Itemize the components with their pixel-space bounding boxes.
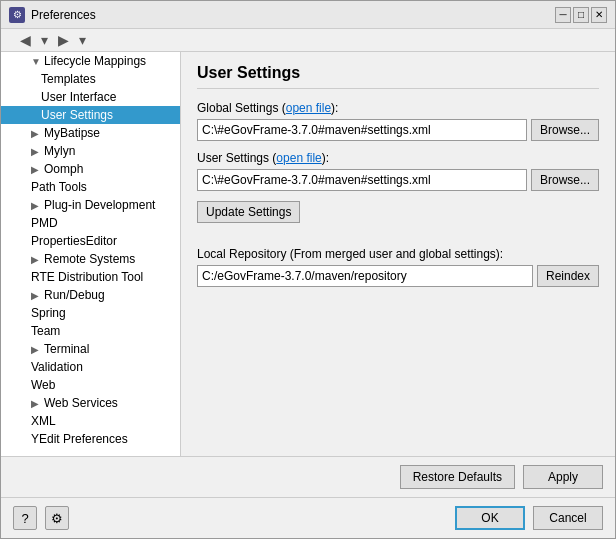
local-repo-row: Reindex	[197, 265, 599, 287]
sidebar-item-label: Path Tools	[31, 180, 87, 194]
panel-title: User Settings	[197, 64, 599, 89]
sidebar-item-label: RTE Distribution Tool	[31, 270, 143, 284]
sidebar-item-lifecycle-mappings[interactable]: ▼ Lifecycle Mappings	[1, 52, 180, 70]
sidebar-item-label: Remote Systems	[44, 252, 135, 266]
sidebar-item-mylyn[interactable]: ▶ Mylyn	[1, 142, 180, 160]
expand-icon: ▶	[31, 128, 41, 139]
global-settings-row: Browse...	[197, 119, 599, 141]
expand-icon: ▶	[31, 290, 41, 301]
sidebar-item-user-settings[interactable]: User Settings	[1, 106, 180, 124]
sidebar-item-label: MyBatipse	[44, 126, 100, 140]
global-settings-input[interactable]	[197, 119, 527, 141]
expand-icon: ▶	[31, 398, 41, 409]
sidebar-item-label: YEdit Preferences	[31, 432, 128, 446]
reindex-button[interactable]: Reindex	[537, 265, 599, 287]
window-title: Preferences	[31, 8, 96, 22]
sidebar-item-label: Spring	[31, 306, 66, 320]
sidebar-item-label: User Interface	[41, 90, 116, 104]
user-settings-link[interactable]: open file	[276, 151, 321, 165]
back-dropdown-button[interactable]: ▾	[38, 31, 51, 49]
sidebar-item-label: PropertiesEditor	[31, 234, 117, 248]
expand-icon: ▶	[31, 164, 41, 175]
maximize-button[interactable]: □	[573, 7, 589, 23]
expand-icon: ▶	[31, 344, 41, 355]
help-button[interactable]: ?	[13, 506, 37, 530]
sidebar-item-label: Team	[31, 324, 60, 338]
sidebar-item-run-debug[interactable]: ▶ Run/Debug	[1, 286, 180, 304]
sidebar-item-label: Validation	[31, 360, 83, 374]
restore-defaults-button[interactable]: Restore Defaults	[400, 465, 515, 489]
global-settings-label: Global Settings (open file):	[197, 101, 599, 115]
minimize-button[interactable]: ─	[555, 7, 571, 23]
sidebar-item-oomph[interactable]: ▶ Oomph	[1, 160, 180, 178]
nav-bar: ◀ ▾ ▶ ▾	[1, 29, 615, 52]
close-button[interactable]: ✕	[591, 7, 607, 23]
sidebar-item-templates[interactable]: Templates	[1, 70, 180, 88]
main-content: ▼ Lifecycle Mappings Templates User Inte…	[1, 52, 615, 456]
sidebar-item-terminal[interactable]: ▶ Terminal	[1, 340, 180, 358]
apply-button[interactable]: Apply	[523, 465, 603, 489]
sidebar-item-spring[interactable]: Spring	[1, 304, 180, 322]
sidebar-item-remote-systems[interactable]: ▶ Remote Systems	[1, 250, 180, 268]
sidebar-item-user-interface[interactable]: User Interface	[1, 88, 180, 106]
sidebar-item-web[interactable]: Web	[1, 376, 180, 394]
sidebar-item-pmd[interactable]: PMD	[1, 214, 180, 232]
ok-button[interactable]: OK	[455, 506, 525, 530]
expand-icon: ▶	[31, 200, 41, 211]
global-settings-link[interactable]: open file	[286, 101, 331, 115]
sidebar-item-rte-distribution[interactable]: RTE Distribution Tool	[1, 268, 180, 286]
sidebar: ▼ Lifecycle Mappings Templates User Inte…	[1, 52, 181, 456]
sidebar-item-mybatipse[interactable]: ▶ MyBatipse	[1, 124, 180, 142]
footer-left: ? ⚙	[13, 506, 69, 530]
forward-dropdown-button[interactable]: ▾	[76, 31, 89, 49]
sidebar-item-label: Web	[31, 378, 55, 392]
sidebar-item-label: Run/Debug	[44, 288, 105, 302]
titlebar: ⚙ Preferences ─ □ ✕	[1, 1, 615, 29]
sidebar-item-web-services[interactable]: ▶ Web Services	[1, 394, 180, 412]
expand-icon: ▼	[31, 56, 41, 67]
footer-right: OK Cancel	[455, 506, 603, 530]
titlebar-left: ⚙ Preferences	[9, 7, 96, 23]
sidebar-item-label: Plug-in Development	[44, 198, 155, 212]
sidebar-item-xml[interactable]: XML	[1, 412, 180, 430]
user-settings-label: User Settings (open file):	[197, 151, 599, 165]
expand-icon: ▶	[31, 254, 41, 265]
local-repo-input[interactable]	[197, 265, 533, 287]
user-settings-row: Browse...	[197, 169, 599, 191]
cancel-button[interactable]: Cancel	[533, 506, 603, 530]
main-footer: Restore Defaults Apply	[1, 456, 615, 497]
sidebar-item-path-tools[interactable]: Path Tools	[1, 178, 180, 196]
window-controls: ─ □ ✕	[555, 7, 607, 23]
sidebar-item-label: Terminal	[44, 342, 89, 356]
sidebar-item-label: Web Services	[44, 396, 118, 410]
sidebar-item-properties-editor[interactable]: PropertiesEditor	[1, 232, 180, 250]
sidebar-item-yedit[interactable]: YEdit Preferences	[1, 430, 180, 448]
local-repo-section: Local Repository (From merged user and g…	[197, 247, 599, 287]
sidebar-item-label: XML	[31, 414, 56, 428]
expand-icon: ▶	[31, 146, 41, 157]
sidebar-item-label: Mylyn	[44, 144, 75, 158]
forward-button[interactable]: ▶	[55, 31, 72, 49]
settings-panel: User Settings Global Settings (open file…	[181, 52, 615, 456]
sidebar-item-label: User Settings	[41, 108, 113, 122]
dialog-footer: ? ⚙ OK Cancel	[1, 497, 615, 538]
sidebar-item-team[interactable]: Team	[1, 322, 180, 340]
user-settings-input[interactable]	[197, 169, 527, 191]
sidebar-item-label: Lifecycle Mappings	[44, 54, 146, 68]
sidebar-item-validation[interactable]: Validation	[1, 358, 180, 376]
sidebar-item-label: PMD	[31, 216, 58, 230]
back-button[interactable]: ◀	[17, 31, 34, 49]
settings-button[interactable]: ⚙	[45, 506, 69, 530]
user-browse-button[interactable]: Browse...	[531, 169, 599, 191]
app-icon: ⚙	[9, 7, 25, 23]
update-settings-button[interactable]: Update Settings	[197, 201, 300, 223]
local-repo-label: Local Repository (From merged user and g…	[197, 247, 599, 261]
preferences-window: ⚙ Preferences ─ □ ✕ ◀ ▾ ▶ ▾ ▼ Lifecycle …	[0, 0, 616, 539]
sidebar-item-label: Templates	[41, 72, 96, 86]
sidebar-item-plugin-development[interactable]: ▶ Plug-in Development	[1, 196, 180, 214]
sidebar-item-label: Oomph	[44, 162, 83, 176]
global-browse-button[interactable]: Browse...	[531, 119, 599, 141]
